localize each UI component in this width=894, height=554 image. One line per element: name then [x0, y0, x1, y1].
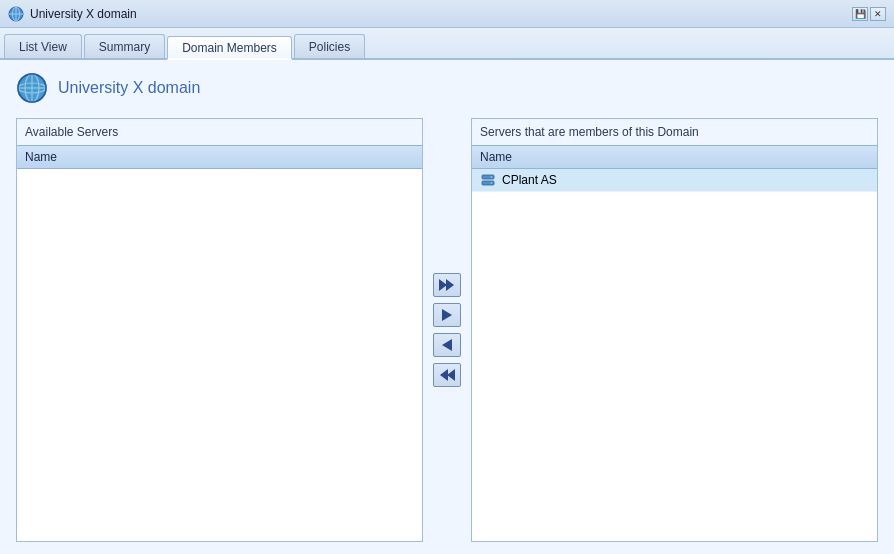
available-servers-column-name: Name — [17, 145, 422, 169]
add-one-icon — [442, 309, 452, 321]
remove-one-icon — [442, 339, 452, 351]
table-row[interactable]: CPlant AS — [472, 169, 877, 192]
member-servers-panel: Servers that are members of this Domain … — [471, 118, 878, 542]
add-one-button[interactable] — [433, 303, 461, 327]
page-title: University X domain — [58, 79, 200, 97]
available-servers-panel: Available Servers Name — [16, 118, 423, 542]
app-icon — [8, 6, 24, 22]
member-servers-list[interactable]: CPlant AS — [472, 169, 877, 541]
tab-summary[interactable]: Summary — [84, 34, 165, 58]
add-all-icon — [439, 279, 455, 291]
add-all-button[interactable] — [433, 273, 461, 297]
tab-domain-members[interactable]: Domain Members — [167, 36, 292, 60]
save-button[interactable]: 💾 — [852, 7, 868, 21]
tab-policies[interactable]: Policies — [294, 34, 365, 58]
panels-row: Available Servers Name Servers that are … — [16, 118, 878, 542]
member-servers-column-name: Name — [472, 145, 877, 169]
available-servers-list[interactable] — [17, 169, 422, 541]
window-title: University X domain — [30, 7, 846, 21]
transfer-buttons — [423, 118, 471, 542]
available-servers-label: Available Servers — [17, 119, 422, 145]
remove-one-button[interactable] — [433, 333, 461, 357]
tab-list-view[interactable]: List View — [4, 34, 82, 58]
globe-icon — [16, 72, 48, 104]
server-name: CPlant AS — [502, 173, 557, 187]
member-servers-label: Servers that are members of this Domain — [472, 119, 877, 145]
title-bar-buttons: 💾 ✕ — [852, 7, 886, 21]
remove-all-button[interactable] — [433, 363, 461, 387]
title-bar: University X domain 💾 ✕ — [0, 0, 894, 28]
svg-point-13 — [491, 182, 493, 184]
remove-all-icon — [439, 369, 455, 381]
main-content: University X domain Available Servers Na… — [0, 60, 894, 554]
page-header: University X domain — [16, 72, 878, 104]
tab-bar: List View Summary Domain Members Policie… — [0, 28, 894, 60]
svg-point-12 — [491, 176, 493, 178]
server-icon — [480, 172, 496, 188]
close-button[interactable]: ✕ — [870, 7, 886, 21]
